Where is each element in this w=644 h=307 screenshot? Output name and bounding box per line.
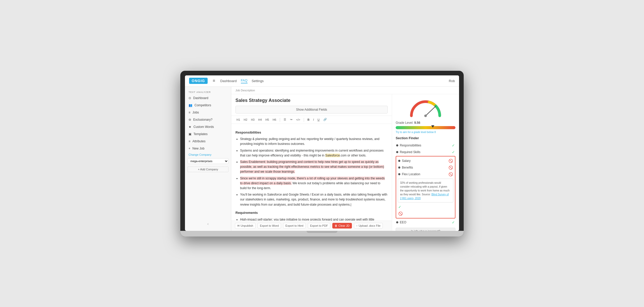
grade-hint: Try to aim for a grade level below 8 (396, 131, 455, 134)
sidebar-item-jobs[interactable]: ≡ Jobs (185, 109, 231, 116)
nav-link-dashboard[interactable]: Dashboard (220, 79, 237, 83)
hamburger-icon[interactable]: ≡ (213, 78, 215, 83)
heading-h2[interactable]: H2 (243, 118, 248, 122)
section-name-required-skills: Required Skills (400, 150, 450, 154)
right-panel: Grade Level: 9.56 Try to aim for a grade… (392, 94, 459, 231)
link-icon[interactable]: 🔗 (322, 117, 328, 122)
export-html-button[interactable]: Export to Html (283, 223, 306, 229)
toolbar-sep-1: | (279, 117, 280, 122)
exclusionary-icon: ⊖ (189, 118, 191, 121)
section-row-salary: Salary 🚫 (398, 157, 453, 164)
section-name-benefits: Benefits (402, 166, 447, 169)
incorrect-button[interactable]: Is info above incorrect? (396, 228, 455, 231)
laptop-base (180, 231, 464, 236)
underline-icon[interactable]: U (317, 118, 321, 122)
nav-link-settings[interactable]: Settings (252, 79, 264, 83)
svg-point-1 (424, 115, 427, 117)
jobs-icon: ≡ (189, 111, 190, 114)
company-select[interactable]: mega-enterprises (188, 158, 228, 164)
cross-icon-salary: 🚫 (448, 159, 453, 163)
grade-marker (431, 125, 434, 128)
section-row-cross-after: 🚫 (398, 210, 453, 217)
sidebar-item-competitors[interactable]: 👥 Competitors (185, 102, 231, 109)
section-name-flex-location: Flex Location (402, 172, 447, 176)
requirements-heading: Requirements (235, 210, 388, 216)
list-unordered-icon[interactable]: ☰ (283, 117, 287, 122)
sidebar-item-templates[interactable]: ▣ Templates (185, 130, 231, 138)
grade-bar (396, 126, 455, 129)
dashboard-icon: ⊙ (189, 96, 191, 100)
sidebar-label-custom-words: Custom Words (193, 125, 214, 129)
export-word-label: Export to Word (260, 224, 279, 227)
responsibilities-list: Strategy & planning: pulling ongoing and… (235, 137, 388, 207)
section-dot (398, 160, 400, 162)
top-nav-links: Dashboard FAQ Settings (220, 78, 264, 83)
sidebar-item-custom-words[interactable]: ★ Custom Words (185, 123, 231, 130)
clear-jd-icon: 🗑 (335, 224, 337, 227)
requirements-list: High-impact self-starter: you take initi… (235, 217, 388, 221)
heading-h6[interactable]: H6 (272, 118, 277, 122)
templates-icon: ▣ (189, 132, 191, 136)
check-icon-after: ✓ (398, 205, 401, 209)
section-row-responsibilities: Responsibilities ✓ (396, 142, 455, 149)
collapse-sidebar-button[interactable]: ‹ (185, 220, 231, 228)
section-row-required-skills: Required Skills ✓ (396, 149, 455, 155)
sidebar-label-dashboard: Dashboard (193, 96, 208, 100)
export-word-button[interactable]: Export to Word (258, 223, 281, 229)
sidebar-label-jobs: Jobs (192, 111, 199, 114)
code-icon[interactable]: </> (295, 118, 301, 122)
sidebar-label-new-job: New Job (192, 147, 205, 150)
sidebar-item-dashboard[interactable]: ⊙ Dashboard (185, 94, 231, 102)
competitors-icon: 👥 (189, 103, 192, 107)
attributes-icon: ≡ (189, 139, 190, 143)
sidebar-item-exclusionary[interactable]: ⊖ Exclusionary? (185, 116, 231, 123)
list-item: Strategy & planning: pulling ongoing and… (240, 137, 388, 146)
sidebar: TEXT ANALYZER ⊙ Dashboard 👥 Competitors … (185, 87, 231, 231)
change-company-link[interactable]: Change Company (185, 152, 231, 157)
heading-h1[interactable]: H1 (235, 118, 241, 122)
heading-h5[interactable]: H5 (264, 118, 270, 122)
upload-label: Upload .docx File (359, 224, 380, 227)
nav-link-faq[interactable]: FAQ (241, 78, 248, 83)
editor-content[interactable]: Responsibilities Strategy & planning: pu… (231, 124, 392, 221)
list-item: High-impact self-starter: you take initi… (240, 217, 388, 221)
user-name: Rob (449, 79, 455, 83)
sidebar-item-new-job[interactable]: + New Job (185, 145, 231, 152)
heading-h3[interactable]: H3 (250, 118, 256, 122)
italic-icon[interactable]: I (312, 118, 315, 122)
upload-docx-button[interactable]: ↑ Upload .docx File (354, 223, 383, 229)
unpublish-button[interactable]: ✉ Unpublish (235, 223, 256, 229)
highlighted-sections-box: Salary 🚫 Benefits 🚫 Flex Location (396, 156, 455, 218)
list-item: Sales Enablement: building programming a… (240, 160, 388, 174)
grade-label: Grade Level: 9.56 (396, 121, 455, 125)
clear-jd-label: Clear JD (338, 224, 350, 227)
unpublish-label: Unpublish (241, 224, 253, 227)
bottom-toolbar: ✉ Unpublish Export to Word Export to Htm… (231, 221, 392, 231)
show-fields-button[interactable]: Show Additional Fields (235, 106, 388, 113)
section-name-salary: Salary (402, 159, 447, 163)
section-row-eeo: EEO ✓ (396, 219, 455, 226)
sidebar-label-attributes: Attributes (192, 139, 206, 143)
list-ordered-icon[interactable]: ≔ (289, 117, 294, 122)
section-dot (398, 173, 400, 175)
check-icon-eeo: ✓ (452, 220, 455, 224)
list-item: Since we're still in scrappy startup mod… (240, 176, 388, 191)
job-title-area: Sales Strategy Associate Show Additional… (231, 94, 392, 116)
laptop-frame: ONGIG ≡ Dashboard FAQ Settings Rob TEXT … (180, 71, 464, 236)
cross-icon-benefits: 🚫 (448, 165, 453, 170)
sidebar-item-attributes[interactable]: ≡ Attributes (185, 138, 231, 145)
check-icon-required-skills: ✓ (452, 150, 455, 154)
list-item: You'll be working in Salesforce and Goog… (240, 192, 388, 207)
new-job-icon: + (189, 147, 190, 150)
section-dot (396, 144, 398, 146)
bold-icon[interactable]: B (307, 118, 311, 122)
heading-h4[interactable]: H4 (257, 118, 263, 122)
export-pdf-button[interactable]: Export to PDF (308, 223, 330, 229)
clear-jd-button[interactable]: 🗑 Clear JD (332, 223, 352, 229)
breadcrumb: Job Description (231, 87, 459, 94)
check-icon-responsibilities: ✓ (452, 143, 455, 147)
add-company-button[interactable]: + Add Company (188, 166, 228, 172)
laptop-screen: ONGIG ≡ Dashboard FAQ Settings Rob TEXT … (185, 75, 459, 231)
grade-bar-container (396, 126, 455, 129)
sidebar-label-exclusionary: Exclusionary? (193, 118, 213, 121)
